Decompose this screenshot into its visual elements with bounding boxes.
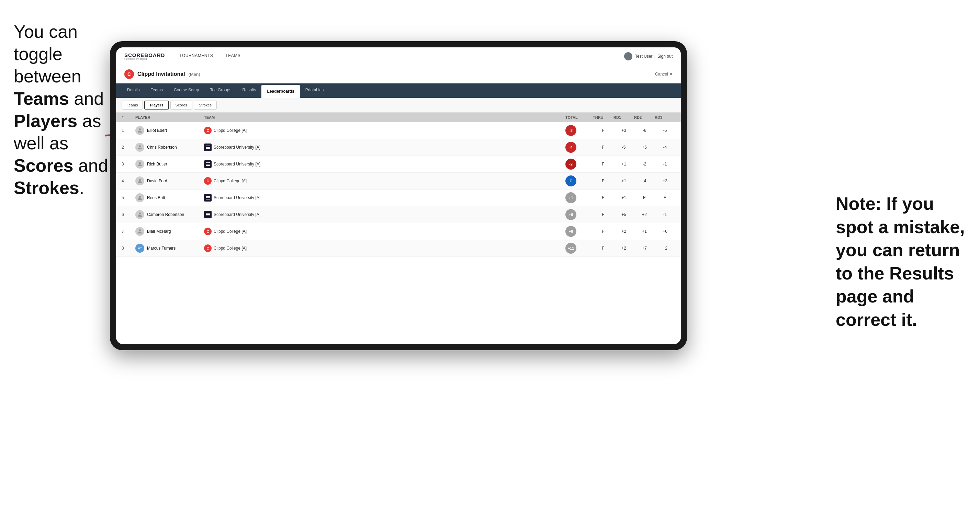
rd1-cell: +1 — [614, 179, 634, 183]
table-row[interactable]: 4 David Ford C Clippd College [A] E F +1… — [116, 173, 681, 189]
team-name: Scoreboard University [A] — [214, 212, 260, 217]
team-logo-icon — [204, 194, 212, 202]
annotation-left: You can toggle between Teams and Players… — [14, 21, 124, 199]
table-row[interactable]: 2 Chris Robertson Scoreboard University … — [116, 139, 681, 156]
user-label: Test User | — [635, 54, 655, 59]
table-row[interactable]: 8 MT Marcus Turners C Clippd College [A]… — [116, 240, 681, 257]
thru-cell: F — [593, 145, 614, 150]
logo-sub: Powered by clippd — [124, 57, 165, 60]
leaderboard-table: 1 Elliot Ebert C Clippd College [A] -8 F… — [116, 122, 681, 344]
svg-rect-12 — [206, 196, 210, 197]
tab-teams[interactable]: Teams — [145, 83, 168, 98]
rank-cell: 2 — [122, 145, 135, 150]
score-badge: E — [565, 175, 576, 186]
team-name: Clippd College [A] — [214, 179, 247, 183]
rd2-cell: E — [634, 195, 655, 200]
table-row[interactable]: 6 Cameron Robertson Scoreboard Universit… — [116, 206, 681, 223]
rd2-cell: -4 — [634, 179, 655, 183]
total-cell: +6 — [565, 209, 593, 220]
player-avatar-icon — [135, 210, 144, 219]
tournament-gender: (Men) — [189, 72, 200, 77]
tab-results[interactable]: Results — [237, 83, 261, 98]
sign-out-link[interactable]: Sign out — [657, 54, 673, 59]
nav-teams[interactable]: TEAMS — [219, 48, 247, 64]
rd1-cell: -5 — [614, 145, 634, 150]
rd3-cell: -4 — [655, 145, 675, 150]
team-cell: Scoreboard University [A] — [204, 194, 565, 202]
score-badge: -8 — [565, 125, 576, 136]
rank-cell: 8 — [122, 246, 135, 251]
annotation-right: Note: If you spot a mistake, you can ret… — [836, 192, 966, 332]
svg-point-11 — [139, 196, 141, 198]
player-name: David Ford — [147, 179, 167, 183]
tab-printables[interactable]: Printables — [300, 83, 329, 98]
score-badge: +8 — [565, 226, 576, 237]
thru-cell: F — [593, 246, 614, 251]
team-name: Clippd College [A] — [214, 229, 247, 234]
bold-players: Players — [14, 111, 77, 131]
toggle-strokes[interactable]: Strokes — [194, 101, 217, 110]
tab-details[interactable]: Details — [122, 83, 145, 98]
total-cell: +11 — [565, 243, 593, 254]
tab-leaderboards[interactable]: Leaderboards — [261, 85, 299, 98]
bold-scores: Scores — [14, 156, 73, 175]
player-avatar-icon: MT — [135, 244, 144, 253]
toggle-bar: Teams Players Scores Strokes — [116, 98, 681, 113]
player-cell: Chris Robertson — [135, 143, 204, 152]
svg-rect-8 — [206, 164, 210, 165]
table-row[interactable]: 7 Blair McHarg C Clippd College [A] +8 F… — [116, 223, 681, 240]
rank-cell: 1 — [122, 128, 135, 133]
thru-cell: F — [593, 195, 614, 200]
col-rd1: RD1 — [614, 115, 634, 119]
team-cell: Scoreboard University [A] — [204, 143, 565, 151]
team-logo-icon: C — [204, 177, 212, 185]
total-cell: E — [565, 175, 593, 186]
player-cell: Cameron Robertson — [135, 210, 204, 219]
rd3-cell: -1 — [655, 162, 675, 167]
team-logo-icon — [204, 143, 212, 151]
rd2-cell: -2 — [634, 162, 655, 167]
svg-rect-3 — [206, 146, 210, 146]
toggle-players[interactable]: Players — [144, 101, 169, 110]
team-logo-icon: C — [204, 244, 212, 252]
svg-rect-16 — [206, 213, 210, 214]
thru-cell: F — [593, 229, 614, 234]
top-nav-links: TOURNAMENTS TEAMS — [173, 48, 624, 64]
player-cell: Blair McHarg — [135, 227, 204, 236]
team-name: Scoreboard University [A] — [214, 145, 260, 150]
svg-point-10 — [139, 179, 141, 181]
thru-cell: F — [593, 162, 614, 167]
top-nav: SCOREBOARD Powered by clippd TOURNAMENTS… — [116, 48, 681, 65]
tab-tee-groups[interactable]: Tee Groups — [204, 83, 237, 98]
team-name: Clippd College [A] — [214, 128, 247, 133]
player-cell: Rees Britt — [135, 193, 204, 202]
svg-rect-18 — [206, 216, 210, 216]
total-cell: -4 — [565, 142, 593, 153]
player-cell: Rich Butler — [135, 160, 204, 168]
score-badge: +1 — [565, 192, 576, 203]
toggle-teams[interactable]: Teams — [122, 101, 143, 110]
player-avatar-icon — [135, 176, 144, 186]
rd1-cell: +2 — [614, 229, 634, 234]
svg-point-6 — [139, 162, 141, 164]
table-row[interactable]: 1 Elliot Ebert C Clippd College [A] -8 F… — [116, 122, 681, 139]
thru-cell: F — [593, 212, 614, 217]
player-name: Blair McHarg — [147, 229, 171, 234]
team-cell: Scoreboard University [A] — [204, 211, 565, 218]
team-logo-icon — [204, 211, 212, 218]
table-row[interactable]: 5 Rees Britt Scoreboard University [A] +… — [116, 189, 681, 206]
total-cell: +8 — [565, 226, 593, 237]
tab-course-setup[interactable]: Course Setup — [168, 83, 204, 98]
score-badge: -4 — [565, 142, 576, 153]
team-name: Scoreboard University [A] — [214, 162, 260, 167]
table-row[interactable]: 3 Rich Butler Scoreboard University [A] … — [116, 156, 681, 173]
rd1-cell: +2 — [614, 246, 634, 251]
cancel-button[interactable]: Cancel ✕ — [655, 72, 673, 76]
total-cell: -8 — [565, 125, 593, 136]
nav-tournaments[interactable]: TOURNAMENTS — [173, 48, 219, 64]
thru-cell: F — [593, 179, 614, 183]
toggle-scores[interactable]: Scores — [170, 101, 192, 110]
player-name: Rich Butler — [147, 162, 167, 167]
team-cell: Scoreboard University [A] — [204, 160, 565, 168]
top-nav-right: Test User | Sign out — [624, 52, 673, 60]
